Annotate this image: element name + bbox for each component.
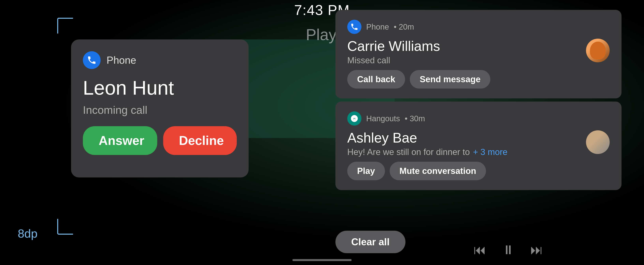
media-pause-button[interactable]: ⏸	[502, 243, 514, 257]
notif-more-badge: + 3 more	[473, 147, 508, 157]
bracket-top-left	[57, 18, 73, 33]
svg-point-2	[354, 118, 355, 119]
notif-phone-message: Missed call	[347, 55, 582, 65]
notification-card-hangouts: Hangouts • 30m Ashley Bae Hey! Are we st…	[336, 102, 622, 190]
notif-phone-meta: Phone	[366, 22, 389, 31]
call-action-buttons: Answer Decline	[83, 126, 237, 155]
play-button[interactable]: Play	[347, 162, 385, 180]
home-indicator	[292, 259, 352, 261]
notif-hangouts-message: Hey! Are we still on for dinner to + 3 m…	[347, 147, 582, 157]
call-app-name-label: Phone	[106, 54, 136, 66]
svg-point-3	[355, 118, 356, 119]
hangouts-small-icon	[350, 114, 358, 123]
notif-hangouts-actions: Play Mute conversation	[347, 162, 610, 180]
notif-phone-body: Carrie Williams Missed call	[347, 39, 610, 65]
notification-card-phone: Phone • 20m Carrie Williams Missed call …	[336, 10, 622, 98]
call-back-button[interactable]: Call back	[347, 70, 405, 88]
notif-phone-content: Carrie Williams Missed call	[347, 39, 582, 65]
call-card-header: Phone	[83, 51, 237, 69]
notif-hangouts-body: Ashley Bae Hey! Are we still on for dinn…	[347, 130, 610, 157]
notif-phone-actions: Call back Send message	[347, 70, 610, 88]
media-controls: ⏮ ⏸ ⏭	[474, 243, 543, 257]
send-message-button[interactable]: Send message	[410, 70, 490, 88]
bracket-bottom-left	[57, 219, 73, 235]
phone-app-icon	[83, 51, 100, 69]
notif-hangouts-avatar	[586, 130, 610, 154]
incoming-call-card: Phone Leon Hunt Incoming call Answer Dec…	[71, 39, 248, 177]
background-playing-text: Playi	[306, 26, 340, 44]
notif-hangouts-sender: Ashley Bae	[347, 130, 582, 146]
notif-hangouts-content: Ashley Bae Hey! Are we still on for dinn…	[347, 130, 582, 157]
phone-icon	[87, 55, 97, 65]
svg-point-1	[353, 118, 354, 119]
decline-button[interactable]: Decline	[163, 126, 237, 155]
call-status-label: Incoming call	[83, 103, 237, 116]
dp-label: 8dp	[18, 227, 38, 240]
notif-hangouts-time: • 30m	[405, 114, 425, 123]
notif-phone-header: Phone • 20m	[347, 20, 610, 34]
notif-phone-time: • 20m	[394, 22, 414, 31]
caller-name: Leon Hunt	[83, 77, 237, 99]
notif-hangouts-icon	[347, 111, 362, 126]
notification-panel: Phone • 20m Carrie Williams Missed call …	[336, 10, 622, 190]
notif-phone-icon	[347, 20, 362, 34]
media-prev-button[interactable]: ⏮	[474, 243, 486, 257]
notif-hangouts-header: Hangouts • 30m	[347, 111, 610, 126]
clear-all-button[interactable]: Clear all	[336, 231, 406, 253]
media-next-button[interactable]: ⏭	[530, 243, 543, 257]
notif-hangouts-meta: Hangouts	[366, 114, 400, 123]
notif-phone-sender: Carrie Williams	[347, 39, 582, 54]
notif-phone-avatar	[586, 39, 610, 62]
mute-conversation-button[interactable]: Mute conversation	[390, 162, 486, 180]
answer-button[interactable]: Answer	[83, 126, 157, 155]
notif-hangouts-message-text: Hey! Are we still on for dinner to	[347, 147, 470, 157]
phone-small-icon	[350, 23, 358, 31]
